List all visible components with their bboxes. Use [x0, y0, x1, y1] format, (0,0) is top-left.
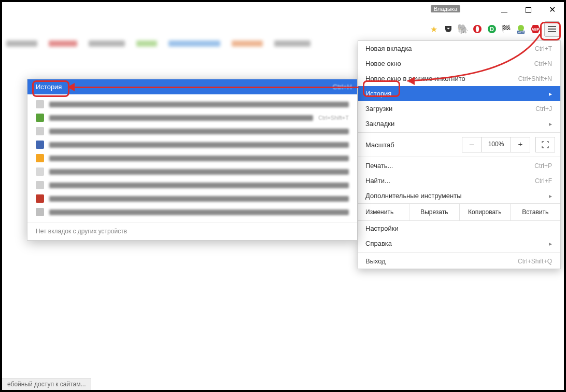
zoom-out-button[interactable]: –: [462, 137, 482, 152]
menu-item-help[interactable]: Справка▸: [358, 236, 560, 251]
menu-edit-label: Изменить: [358, 204, 409, 220]
window-close-button[interactable]: ✕: [540, 2, 564, 18]
history-item[interactable]: [27, 192, 357, 205]
window-titlebar: Владыка ✕: [2, 2, 564, 18]
menu-item-history[interactable]: История▸: [358, 86, 560, 101]
svg-point-3: [475, 26, 478, 32]
zoom-level: 100%: [481, 137, 511, 152]
menu-item-exit[interactable]: ВыходCtrl+Shift+Q: [358, 254, 560, 269]
history-submenu-footer: Нет вкладок с других устройств: [27, 222, 357, 240]
fullscreen-button[interactable]: [535, 137, 555, 152]
profile-badge[interactable]: Владыка: [431, 5, 460, 12]
window-minimize-button[interactable]: [492, 2, 516, 18]
history-item-title: [49, 209, 349, 215]
favicon: [36, 181, 44, 189]
svg-rect-11: [548, 26, 556, 27]
status-bar: ебойный доступ к сайтам...: [2, 378, 91, 390]
svg-rect-13: [548, 31, 556, 32]
adblock-icon[interactable]: ABP: [530, 24, 541, 35]
history-item-shortcut: Ctrl+Shift+T: [318, 115, 349, 121]
menu-item-downloads[interactable]: ЗагрузкиCtrl+J: [358, 101, 560, 116]
history-item[interactable]: [27, 178, 357, 192]
wot-icon[interactable]: WOT: [515, 24, 526, 35]
history-item-title: [49, 196, 349, 202]
chrome-menu-button[interactable]: [544, 21, 560, 37]
history-item-title: [49, 142, 349, 148]
window-maximize-button[interactable]: [516, 2, 540, 18]
svg-text:D: D: [490, 26, 494, 32]
history-item[interactable]: [27, 97, 357, 111]
svg-rect-1: [526, 8, 531, 13]
chevron-right-icon: ▸: [549, 192, 552, 200]
evernote-icon[interactable]: 🐘: [457, 24, 468, 35]
history-item-title: [49, 156, 349, 161]
history-item[interactable]: [27, 124, 357, 138]
history-item[interactable]: [27, 165, 357, 178]
menu-item-print[interactable]: Печать...Ctrl+P: [358, 158, 560, 173]
history-item[interactable]: [27, 151, 357, 165]
pocket-icon[interactable]: [443, 24, 454, 35]
favicon: [36, 167, 44, 176]
history-submenu-title: История: [36, 83, 62, 91]
history-item[interactable]: [27, 205, 357, 219]
chevron-right-icon: ▸: [549, 120, 552, 128]
opera-icon[interactable]: [472, 24, 483, 35]
history-item[interactable]: Ctrl+Shift+T: [27, 111, 357, 124]
menu-paste-button[interactable]: Вставить: [510, 204, 560, 220]
history-submenu-shortcut: Ctrl+H: [333, 83, 352, 91]
menu-item-zoom: Масштаб – 100% +: [358, 134, 560, 156]
favicon: [36, 114, 44, 122]
favicon: [36, 127, 44, 135]
favicon: [36, 141, 44, 149]
bookmarks-bar: [6, 40, 346, 52]
star-icon[interactable]: ★: [428, 24, 439, 35]
flag-icon[interactable]: 🏁: [501, 24, 512, 35]
favicon: [36, 100, 44, 108]
menu-item-more-tools[interactable]: Дополнительные инструменты▸: [358, 188, 560, 203]
history-item-title: [49, 115, 313, 121]
svg-rect-12: [548, 29, 556, 30]
menu-item-new-window[interactable]: Новое окноCtrl+N: [358, 56, 560, 71]
favicon: [36, 154, 44, 162]
favicon: [36, 194, 44, 203]
menu-item-bookmarks[interactable]: Закладки▸: [358, 116, 560, 131]
menu-item-incognito[interactable]: Новое окно в режиме инкогнитоCtrl+Shift+…: [358, 71, 560, 86]
menu-item-new-tab[interactable]: Новая вкладкаCtrl+T: [358, 41, 560, 56]
history-item-title: [49, 102, 349, 107]
svg-text:ABP: ABP: [531, 27, 539, 31]
menu-edit-row: Изменить Вырезать Копировать Вставить: [358, 203, 560, 221]
menu-item-find[interactable]: Найти...Ctrl+F: [358, 173, 560, 188]
svg-rect-0: [501, 12, 507, 12]
toolbar-right: ★ 🐘 D 🏁 WOT ABP: [428, 22, 560, 36]
history-item[interactable]: [27, 138, 357, 151]
history-submenu-header[interactable]: История Ctrl+H: [27, 79, 357, 94]
history-item-title: [49, 183, 349, 188]
history-item-title: [49, 169, 349, 175]
menu-cut-button[interactable]: Вырезать: [409, 204, 459, 220]
history-submenu: История Ctrl+H Ctrl+Shift+T Нет вкладок …: [27, 79, 358, 241]
chevron-right-icon: ▸: [549, 240, 552, 247]
svg-text:WOT: WOT: [518, 31, 524, 34]
chrome-main-menu: Новая вкладкаCtrl+T Новое окноCtrl+N Нов…: [358, 40, 561, 269]
history-item-title: [49, 129, 349, 134]
favicon: [36, 208, 44, 216]
chevron-right-icon: ▸: [549, 90, 552, 97]
green-d-icon[interactable]: D: [486, 24, 497, 35]
menu-item-settings[interactable]: Настройки: [358, 221, 560, 236]
menu-copy-button[interactable]: Копировать: [459, 204, 510, 220]
zoom-in-button[interactable]: +: [511, 137, 530, 152]
